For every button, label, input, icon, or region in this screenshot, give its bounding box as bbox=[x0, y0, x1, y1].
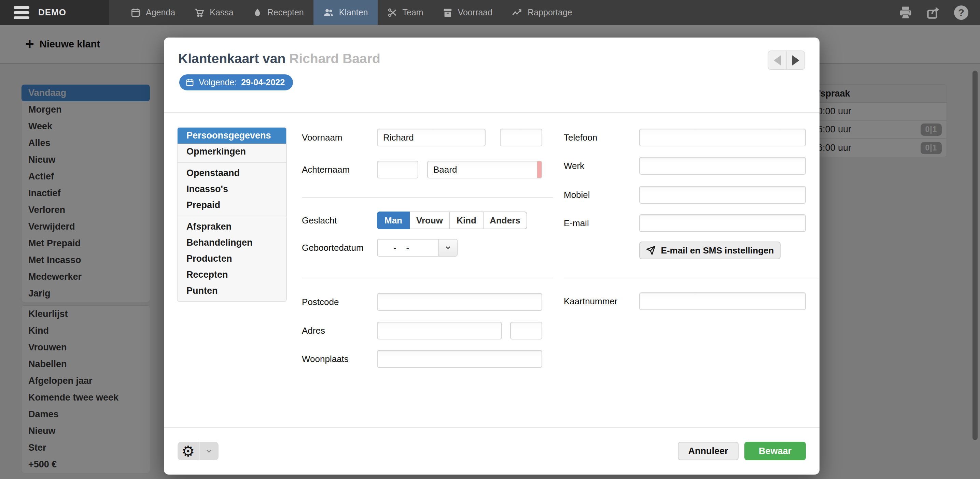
nav-tab-rapportage[interactable]: Rapportage bbox=[502, 0, 582, 25]
email-row: E-mail bbox=[564, 214, 806, 232]
email-label: E-mail bbox=[564, 218, 639, 228]
share-icon[interactable] bbox=[926, 5, 941, 20]
menu-group: AfsprakenBehandelingenProductenReceptenP… bbox=[178, 216, 286, 301]
voornaam-label: Voornaam bbox=[302, 132, 377, 143]
next-customer-button[interactable] bbox=[786, 51, 805, 69]
hamburger-menu-icon[interactable] bbox=[14, 6, 29, 19]
menu-item-openstaand[interactable]: Openstaand bbox=[178, 165, 286, 181]
adres-row: Adres bbox=[302, 322, 542, 339]
mobiel-row: Mobiel bbox=[564, 186, 806, 204]
menu-item-producten[interactable]: Producten bbox=[178, 251, 286, 267]
gear-dropdown-button[interactable] bbox=[199, 442, 218, 460]
section-divider bbox=[302, 197, 553, 198]
werk-label: Werk bbox=[564, 161, 639, 171]
nav-tab-recepten[interactable]: Recepten bbox=[243, 0, 313, 25]
menu-item-opmerkingen[interactable]: Opmerkingen bbox=[178, 144, 286, 160]
werk-row: Werk bbox=[564, 157, 806, 174]
users-icon bbox=[323, 7, 334, 18]
nav-tab-kassa[interactable]: Kassa bbox=[185, 0, 243, 25]
brand-label: DEMO bbox=[38, 7, 66, 18]
gender-segmented-control: ManVrouwKindAnders bbox=[377, 211, 527, 229]
chevron-down-icon bbox=[444, 244, 452, 251]
calendar-icon bbox=[130, 8, 141, 18]
telefoon-label: Telefoon bbox=[564, 132, 639, 143]
woonplaats-input[interactable] bbox=[377, 350, 542, 368]
postcode-input[interactable] bbox=[377, 293, 542, 311]
menu-item-recepten[interactable]: Recepten bbox=[178, 267, 286, 283]
select-addon bbox=[438, 240, 457, 256]
huisnummer-input[interactable] bbox=[510, 322, 542, 339]
previous-customer-button[interactable] bbox=[768, 51, 786, 69]
achternaam-prefix-input[interactable] bbox=[377, 161, 418, 178]
menu-item-punten[interactable]: Punten bbox=[178, 283, 286, 299]
settings-split-button: ⚙ bbox=[178, 442, 218, 460]
voornaam-row: Voornaam bbox=[302, 128, 542, 146]
footer-divider bbox=[164, 427, 819, 428]
menu-item-persoonsgegevens[interactable]: Persoonsgegevens bbox=[178, 128, 286, 144]
calendar-icon bbox=[185, 78, 194, 87]
customer-pager bbox=[768, 51, 805, 70]
email-input[interactable] bbox=[639, 214, 806, 232]
trend-icon bbox=[512, 7, 522, 18]
modal-title: Klantenkaart van Richard Baard bbox=[178, 51, 380, 66]
customer-card-menu: PersoonsgegevensOpmerkingenOpenstaandInc… bbox=[177, 127, 287, 302]
next-appointment-badge: Volgende: 29-04-2022 bbox=[179, 75, 293, 90]
geslacht-label: Geslacht bbox=[302, 215, 377, 226]
geboortedatum-label: Geboortedatum bbox=[302, 243, 377, 253]
gender-segment-anders[interactable]: Anders bbox=[483, 211, 527, 229]
kaartnummer-label: Kaartnummer bbox=[564, 296, 639, 307]
postcode-row: Postcode bbox=[302, 293, 542, 311]
menu-group: PersoonsgegevensOpmerkingen bbox=[178, 128, 286, 162]
voornaam-input[interactable] bbox=[377, 128, 485, 146]
send-icon bbox=[646, 246, 655, 255]
nav-tab-agenda[interactable]: Agenda bbox=[121, 0, 185, 25]
arrow-left-icon bbox=[774, 55, 781, 65]
voornaam-extra-input[interactable] bbox=[500, 128, 542, 146]
werk-input[interactable] bbox=[639, 157, 806, 174]
geboortedatum-row: Geboortedatum - - bbox=[302, 239, 458, 257]
scissors-icon bbox=[387, 8, 398, 18]
menu-item-prepaid[interactable]: Prepaid bbox=[178, 197, 286, 213]
menu-group: OpenstaandIncasso'sPrepaid bbox=[178, 162, 286, 216]
gender-segment-man[interactable]: Man bbox=[377, 211, 410, 229]
print-icon[interactable] bbox=[898, 5, 913, 20]
woonplaats-label: Woonplaats bbox=[302, 354, 377, 364]
cancel-button[interactable]: Annuleer bbox=[678, 442, 738, 460]
modal-title-prefix: Klantenkaart van bbox=[178, 51, 285, 66]
email-sms-settings-button[interactable]: E-mail en SMS instellingen bbox=[639, 241, 781, 259]
woonplaats-row: Woonplaats bbox=[302, 350, 542, 368]
geboortedatum-value: - - bbox=[378, 240, 438, 256]
postcode-label: Postcode bbox=[302, 297, 377, 308]
nav-tab-klanten[interactable]: Klanten bbox=[313, 0, 378, 25]
droplet-icon bbox=[253, 8, 262, 17]
kaartnummer-row: Kaartnummer bbox=[564, 292, 806, 310]
menu-item-afspraken[interactable]: Afspraken bbox=[178, 219, 286, 235]
chevron-down-icon bbox=[205, 447, 213, 455]
mobiel-input[interactable] bbox=[639, 186, 806, 204]
achternaam-input[interactable] bbox=[427, 161, 542, 178]
mobiel-label: Mobiel bbox=[564, 190, 639, 200]
achternaam-row: Achternaam bbox=[302, 161, 542, 178]
telefoon-row: Telefoon bbox=[564, 128, 806, 146]
achternaam-input-wrap bbox=[427, 161, 542, 178]
nav-tab-voorraad[interactable]: Voorraad bbox=[433, 0, 502, 25]
next-appointment-date: 29-04-2022 bbox=[241, 78, 285, 87]
customer-name: Richard Baard bbox=[289, 51, 380, 66]
section-divider bbox=[302, 278, 553, 278]
adres-input[interactable] bbox=[377, 322, 502, 339]
geboortedatum-select[interactable]: - - bbox=[377, 239, 458, 257]
gender-segment-kind[interactable]: Kind bbox=[449, 211, 484, 229]
help-icon[interactable]: ? bbox=[954, 5, 968, 20]
menu-item-incasso-s[interactable]: Incasso's bbox=[178, 181, 286, 197]
validation-stripe bbox=[537, 161, 542, 178]
kaartnummer-input[interactable] bbox=[639, 292, 806, 310]
arrow-right-icon bbox=[792, 55, 799, 65]
save-button[interactable]: Bewaar bbox=[745, 442, 806, 460]
gear-icon[interactable]: ⚙ bbox=[178, 442, 199, 460]
telefoon-input[interactable] bbox=[639, 128, 806, 146]
next-appointment-label: Volgende: bbox=[199, 78, 237, 87]
nav-tab-team[interactable]: Team bbox=[378, 0, 433, 25]
menu-item-behandelingen[interactable]: Behandelingen bbox=[178, 235, 286, 251]
section-divider bbox=[564, 278, 819, 278]
gender-segment-vrouw[interactable]: Vrouw bbox=[409, 211, 450, 229]
